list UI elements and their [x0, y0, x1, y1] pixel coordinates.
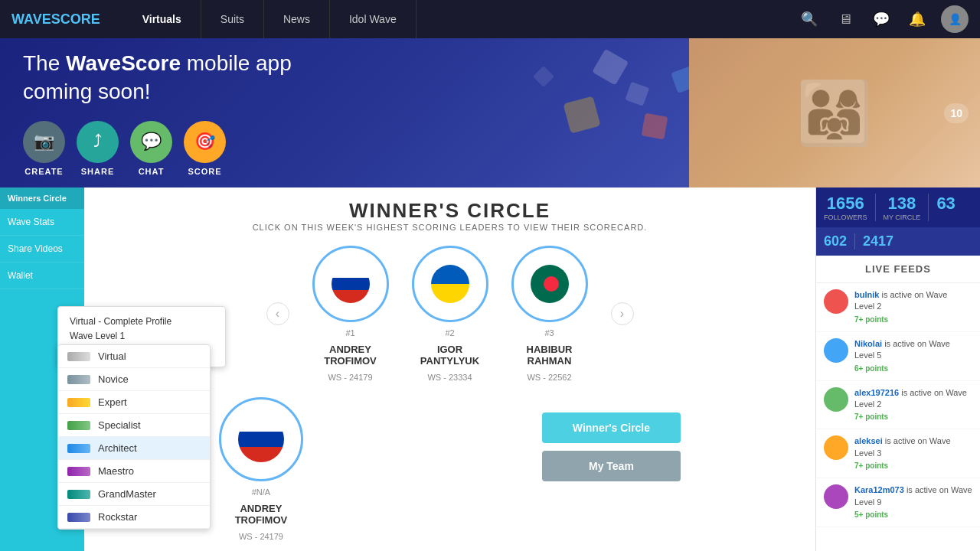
- feed-user-2[interactable]: Nikolai: [854, 339, 882, 348]
- level-rockstar[interactable]: Rockstar: [58, 506, 210, 529]
- feed-user-3[interactable]: alex197216: [854, 388, 899, 397]
- winner-3-rank: #3: [544, 328, 554, 337]
- nav-suits[interactable]: Suits: [201, 0, 264, 38]
- novice-label: Novice: [98, 373, 129, 385]
- feed-user-4[interactable]: aleksei: [854, 436, 883, 445]
- main-layout: Winners Circle Wave Stats Share Videos W…: [0, 187, 980, 551]
- tooltip-title: Virtual - Complete Profile: [70, 316, 172, 327]
- prev-arrow[interactable]: ‹: [266, 302, 289, 325]
- screen-icon[interactable]: 🖥: [833, 7, 858, 31]
- winner-2[interactable]: #2 IGORPANTYLYUK WS - 23334: [412, 246, 488, 382]
- feed-user-5[interactable]: Kara12m073: [854, 485, 904, 494]
- winner-3-circle: [511, 246, 588, 322]
- score-label: SCORE: [188, 167, 221, 176]
- sidebar-item-wave-stats[interactable]: Wave Stats: [0, 209, 84, 236]
- specialist-color: [67, 421, 90, 430]
- hero-brand: WaveScore: [66, 51, 181, 75]
- my-team-button[interactable]: My Team: [542, 451, 681, 481]
- feed-points-5: 5+ points: [854, 510, 972, 520]
- extra-number: 63: [936, 194, 955, 214]
- chat-icon[interactable]: 💬: [869, 7, 893, 31]
- winner-2-rank: #2: [445, 328, 454, 337]
- winner-1-circle: [312, 246, 389, 322]
- create-label: CREATE: [24, 167, 63, 176]
- logo-score: SCORE: [51, 11, 100, 27]
- right-actions: Winner's Circle My Team: [542, 412, 681, 481]
- sub-stats: 602 2417: [816, 227, 980, 256]
- level-expert[interactable]: Expert: [58, 391, 210, 414]
- navbar: WAVESCORE Virtuals Suits News Idol Wave …: [0, 0, 980, 38]
- sidebar-item-share-videos[interactable]: Share Videos: [0, 236, 84, 262]
- left-sidebar: Winners Circle Wave Stats Share Videos W…: [0, 187, 84, 551]
- nav-virtuals[interactable]: Virtuals: [123, 0, 201, 38]
- next-arrow[interactable]: ›: [611, 302, 634, 325]
- sub-number-1: 602: [824, 233, 847, 249]
- winner-3-flag: [531, 265, 569, 303]
- feed-text-5: Kara12m073 is active on WaveLevel 9 5+ p…: [854, 484, 972, 520]
- bell-icon[interactable]: 🔔: [905, 7, 929, 31]
- winners-header: WINNER'S CIRCLE CLICK ON THIS WEEK'S HIG…: [84, 187, 815, 238]
- sidebar-item-wallet[interactable]: Wallet: [0, 262, 84, 289]
- live-feeds-title: LIVE FEEDS: [816, 256, 980, 283]
- stat-divider-1: [875, 194, 876, 221]
- feed-text-3: alex197216 is active on WaveLevel 2 7+ p…: [854, 387, 967, 423]
- nav-idol-wave[interactable]: Idol Wave: [330, 0, 416, 38]
- score-button[interactable]: 🎯 SCORE: [184, 121, 226, 176]
- create-button[interactable]: 📷 CREATE: [23, 121, 65, 176]
- tooltip-line2: Wave Level 1: [70, 331, 125, 341]
- extra-stat: 63: [936, 194, 955, 221]
- feed-item-2: Nikolai is active on WaveLevel 5 6+ poin…: [816, 332, 980, 381]
- level-grandmaster[interactable]: GrandMaster: [58, 483, 210, 506]
- create-icon: 📷: [23, 121, 65, 163]
- mycircle-stat: 138 MY CIRCLE: [884, 194, 921, 221]
- level-architect[interactable]: Architect: [58, 437, 210, 460]
- mycircle-label: MY CIRCLE: [884, 214, 921, 221]
- winner-1-rank: #1: [345, 328, 354, 337]
- winner-3-score: WS - 22562: [527, 373, 571, 382]
- level-maestro[interactable]: Maestro: [58, 460, 210, 483]
- logo-wave: WAVE: [11, 11, 51, 27]
- sub-stat-1: 602: [824, 233, 847, 249]
- winner-1[interactable]: #1 ANDREYTROFIMOV WS - 24179: [312, 246, 389, 382]
- level-specialist[interactable]: Specialist: [58, 414, 210, 437]
- feed-avatar-2: [824, 338, 848, 363]
- feed-item-1: bulnik is active on WaveLevel 2 7+ point…: [816, 283, 980, 332]
- mycircle-number: 138: [884, 194, 921, 214]
- winners-circle-button[interactable]: Winner's Circle: [542, 412, 681, 443]
- sub-number-2: 2417: [863, 233, 893, 249]
- share-button[interactable]: ⤴ SHARE: [77, 121, 119, 176]
- feed-item-3: alex197216 is active on WaveLevel 2 7+ p…: [816, 381, 980, 430]
- stats-bar: 1656 FOLLOWERS 138 MY CIRCLE 63: [816, 187, 980, 227]
- score-icon: 🎯: [184, 121, 226, 163]
- level-dropdown: Virtual Novice Expert Specialist Archite…: [57, 344, 211, 530]
- featured-winner[interactable]: #N/A ANDREYTROFIMOV WS - 24179: [219, 397, 303, 541]
- nav-news[interactable]: News: [264, 0, 330, 38]
- feed-points-1: 7+ points: [854, 315, 947, 325]
- winner-1-name: ANDREYTROFIMOV: [324, 344, 377, 367]
- rockstar-label: Rockstar: [98, 511, 137, 523]
- chat-button[interactable]: 💬 CHAT: [130, 121, 172, 176]
- featured-rank: #N/A: [252, 487, 270, 497]
- share-icon: ⤴: [77, 121, 119, 163]
- search-icon[interactable]: 🔍: [797, 7, 822, 31]
- maestro-label: Maestro: [98, 465, 134, 477]
- hero-prefix: The: [23, 51, 66, 75]
- rockstar-color: [67, 513, 90, 522]
- feed-user-1[interactable]: bulnik: [854, 290, 879, 299]
- winners-title: WINNER'S CIRCLE: [84, 199, 815, 223]
- winner-1-flag: [332, 265, 370, 303]
- logo[interactable]: WAVESCORE: [11, 11, 100, 28]
- bd-circle: [544, 276, 559, 292]
- hero-image: 👨‍👩‍👧 10: [689, 38, 980, 187]
- grandmaster-color: [67, 490, 90, 499]
- grandmaster-label: GrandMaster: [98, 488, 156, 500]
- followers-label: FOLLOWERS: [824, 214, 867, 221]
- winner-3[interactable]: #3 HABIBURRAHMAN WS - 22562: [511, 246, 588, 382]
- level-virtual[interactable]: Virtual: [58, 345, 210, 368]
- level-novice[interactable]: Novice: [58, 368, 210, 391]
- maestro-color: [67, 467, 90, 476]
- action-buttons: 📷 CREATE ⤴ SHARE 💬 CHAT 🎯 SCORE: [23, 121, 292, 176]
- share-label: SHARE: [81, 167, 115, 176]
- corner-badge: 10: [944, 103, 969, 123]
- avatar[interactable]: 👤: [941, 5, 969, 33]
